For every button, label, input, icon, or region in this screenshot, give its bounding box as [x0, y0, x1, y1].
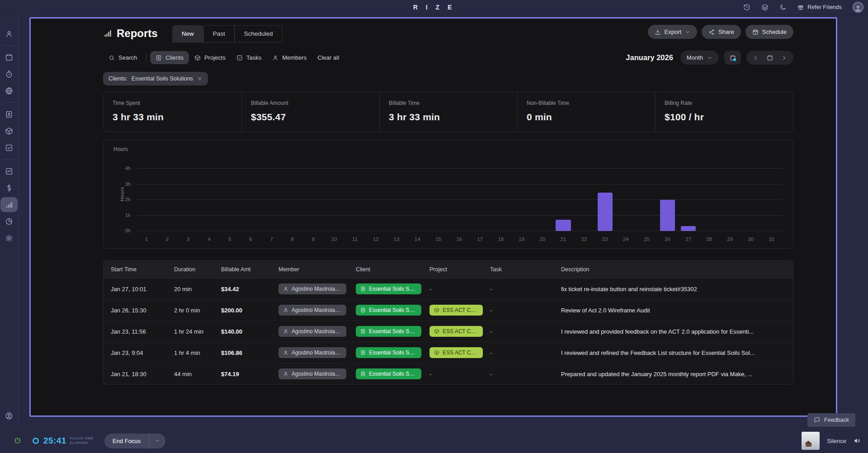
x-axis-tick: 7	[261, 236, 282, 242]
table-row[interactable]: Jan 26, 15:30 2 hr 0 min $200.00 Agostin…	[104, 299, 793, 321]
end-focus-menu-button[interactable]	[149, 434, 165, 448]
table-row[interactable]: Jan 21, 18:30 44 min $74.19 Agostino Mas…	[104, 363, 793, 384]
check-square-icon	[236, 55, 243, 61]
project-pill-label: ESS ACT Consulting	[443, 349, 478, 356]
project-pill-label: ESS ACT Consulting	[443, 307, 478, 313]
page-title-group: Reports	[103, 27, 158, 42]
sidebar-item-reports[interactable]	[0, 197, 18, 212]
tab-new[interactable]: New	[172, 25, 203, 42]
x-axis-tick: 31	[761, 236, 782, 242]
filter-projects[interactable]: Projects	[189, 51, 231, 64]
sidebar-item-projects[interactable]	[1, 123, 17, 138]
chart-day-column	[657, 162, 678, 231]
sidebar-item-trends[interactable]	[1, 164, 17, 179]
client-pill: Essential Soils Solu...	[356, 326, 421, 337]
speaker-icon[interactable]	[854, 437, 861, 444]
table-row[interactable]: Jan 23, 11:56 1 hr 24 min $140.00 Agosti…	[104, 321, 793, 342]
contact-card-icon	[360, 329, 366, 334]
end-focus-button[interactable]: End Focus	[104, 434, 149, 448]
project-pill: ESS ACT Consulting	[429, 305, 483, 316]
sidebar-divider	[4, 159, 14, 160]
export-button[interactable]: Export	[648, 25, 698, 39]
filter-clients[interactable]: Clients	[150, 51, 189, 64]
sidebar-item-person[interactable]	[1, 26, 17, 41]
stat-billable-time: Billable Time3 hr 33 min	[379, 92, 517, 132]
sidebar-item-calendar[interactable]	[1, 50, 17, 65]
focus-timer-caption: FOCUS TIME ELAPSED	[70, 436, 94, 445]
close-icon[interactable]	[197, 76, 203, 81]
sidebar-item-breakdown[interactable]	[1, 214, 17, 229]
x-axis-tick: 5	[219, 236, 240, 242]
cell-task: -	[483, 286, 554, 293]
sidebar-item-tasks[interactable]	[1, 140, 17, 155]
chart-bars	[136, 162, 782, 231]
filter-members[interactable]: Members	[267, 51, 312, 64]
cell-duration: 1 hr 24 min	[167, 328, 214, 335]
calendar-icon[interactable]	[767, 55, 773, 61]
ambience-label: Silence	[827, 438, 846, 444]
sidebar-item-globe[interactable]	[1, 83, 17, 98]
feedback-button[interactable]: Feedback	[807, 413, 855, 427]
chart-day-column	[532, 162, 553, 231]
schedule-button[interactable]: Schedule	[745, 25, 793, 39]
sidebar-item-account[interactable]	[1, 408, 17, 423]
cell-task: -	[483, 371, 554, 378]
gear-icon	[5, 234, 13, 242]
granularity-select[interactable]: Month	[680, 51, 719, 65]
x-axis-tick: 19	[511, 236, 532, 242]
user-avatar[interactable]	[853, 2, 863, 13]
client-filter-chip[interactable]: Clients: Essential Soils Solutions	[103, 72, 208, 85]
cell-description: I reviewed and refined the Feedback List…	[554, 349, 793, 356]
person-icon	[283, 329, 288, 334]
search-button[interactable]: Search	[103, 51, 142, 64]
contact-card-icon	[156, 55, 162, 61]
calendar-picker-button[interactable]	[724, 51, 741, 65]
calendar-clock-icon	[752, 29, 759, 35]
x-axis-tick: 9	[303, 236, 324, 242]
history-icon[interactable]	[743, 4, 750, 11]
filter-tasks[interactable]: Tasks	[231, 51, 267, 64]
table-row[interactable]: Jan 23, 9:04 1 hr 4 min $106.86 Agostino…	[104, 342, 793, 363]
cell-duration: 2 hr 0 min	[167, 307, 214, 314]
sidebar-item-timer[interactable]	[1, 66, 17, 81]
hours-chart: Hours Hours 0h1h2h3h4h 12345678910111213…	[103, 140, 793, 249]
download-icon	[655, 29, 661, 35]
refer-friends-button[interactable]: Refer Friends	[797, 4, 842, 10]
chevron-right-icon[interactable]	[781, 55, 787, 61]
member-pill: Agostino Mastroianni	[278, 368, 346, 379]
x-axis-tick: 8	[282, 236, 303, 242]
clear-all-button[interactable]: Clear all	[312, 51, 344, 64]
layers-icon[interactable]	[761, 4, 769, 11]
table-header: Start Time Duration Billable Amt Member …	[104, 261, 793, 278]
cell-billable-amount: $74.19	[214, 371, 271, 378]
cell-member: Agostino Mastroianni	[271, 368, 349, 379]
cell-client: Essential Soils Solu...	[349, 368, 422, 379]
bar-chart-icon	[5, 201, 13, 209]
share-button[interactable]: Share	[702, 25, 741, 39]
chevron-left-icon[interactable]	[753, 55, 759, 61]
refer-friends-label: Refer Friends	[807, 4, 842, 10]
stats-summary: Time Spent3 hr 33 min Billable Amount$35…	[103, 92, 793, 132]
table-row[interactable]: Jan 27, 10:01 20 min $34.42 Agostino Mas…	[104, 278, 793, 299]
tab-scheduled[interactable]: Scheduled	[235, 25, 283, 42]
sidebar-item-settings[interactable]	[1, 231, 17, 245]
sidebar-item-finance[interactable]	[1, 180, 17, 195]
y-axis-tick: 3h	[125, 181, 131, 187]
sidebar-item-clients[interactable]	[1, 107, 17, 122]
reports-panel: Reports New Past Scheduled Export Shar	[29, 17, 837, 417]
active-filters: Clients: Essential Soils Solutions	[103, 72, 793, 85]
report-tabs: New Past Scheduled	[172, 25, 283, 42]
client-pill-label: Essential Soils Solu...	[369, 307, 417, 313]
chart-day-column	[761, 162, 782, 231]
dark-mode-icon[interactable]	[779, 4, 787, 11]
member-pill: Agostino Mastroianni	[278, 347, 346, 358]
cell-description: Prepared and updated the January 2025 mo…	[554, 371, 793, 378]
focus-timer: 25:41	[43, 436, 66, 446]
x-axis-tick: 14	[407, 236, 428, 242]
cell-task: -	[483, 307, 554, 314]
chart-bar-day-23	[598, 193, 613, 231]
power-icon[interactable]	[14, 437, 22, 445]
person-icon	[283, 371, 288, 377]
tab-past[interactable]: Past	[203, 25, 235, 42]
cell-project: -	[422, 286, 483, 293]
